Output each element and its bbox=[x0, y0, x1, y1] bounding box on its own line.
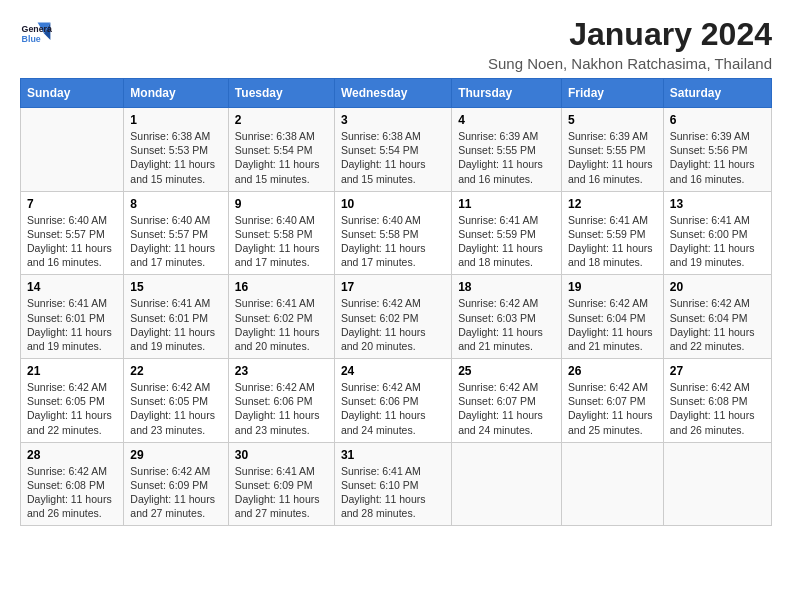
calendar-table: SundayMondayTuesdayWednesdayThursdayFrid… bbox=[20, 78, 772, 526]
header-cell-wednesday: Wednesday bbox=[334, 79, 451, 108]
day-info: Sunrise: 6:39 AMSunset: 5:55 PMDaylight:… bbox=[568, 130, 653, 185]
day-number: 7 bbox=[27, 197, 117, 211]
day-info: Sunrise: 6:40 AMSunset: 5:57 PMDaylight:… bbox=[130, 214, 215, 269]
day-info: Sunrise: 6:41 AMSunset: 6:01 PMDaylight:… bbox=[27, 297, 112, 352]
day-number: 30 bbox=[235, 448, 328, 462]
week-row-0: 1Sunrise: 6:38 AMSunset: 5:53 PMDaylight… bbox=[21, 108, 772, 192]
day-cell: 23Sunrise: 6:42 AMSunset: 6:06 PMDayligh… bbox=[228, 359, 334, 443]
day-info: Sunrise: 6:39 AMSunset: 5:56 PMDaylight:… bbox=[670, 130, 755, 185]
day-info: Sunrise: 6:41 AMSunset: 6:09 PMDaylight:… bbox=[235, 465, 320, 520]
day-info: Sunrise: 6:40 AMSunset: 5:57 PMDaylight:… bbox=[27, 214, 112, 269]
day-number: 26 bbox=[568, 364, 657, 378]
day-number: 13 bbox=[670, 197, 765, 211]
day-info: Sunrise: 6:42 AMSunset: 6:08 PMDaylight:… bbox=[27, 465, 112, 520]
day-cell: 9Sunrise: 6:40 AMSunset: 5:58 PMDaylight… bbox=[228, 191, 334, 275]
week-row-1: 7Sunrise: 6:40 AMSunset: 5:57 PMDaylight… bbox=[21, 191, 772, 275]
day-cell bbox=[663, 442, 771, 526]
day-info: Sunrise: 6:38 AMSunset: 5:54 PMDaylight:… bbox=[235, 130, 320, 185]
day-cell: 29Sunrise: 6:42 AMSunset: 6:09 PMDayligh… bbox=[124, 442, 229, 526]
day-number: 16 bbox=[235, 280, 328, 294]
day-cell: 7Sunrise: 6:40 AMSunset: 5:57 PMDaylight… bbox=[21, 191, 124, 275]
header-cell-thursday: Thursday bbox=[452, 79, 562, 108]
day-number: 11 bbox=[458, 197, 555, 211]
day-cell: 2Sunrise: 6:38 AMSunset: 5:54 PMDaylight… bbox=[228, 108, 334, 192]
header-cell-sunday: Sunday bbox=[21, 79, 124, 108]
day-cell: 18Sunrise: 6:42 AMSunset: 6:03 PMDayligh… bbox=[452, 275, 562, 359]
day-info: Sunrise: 6:42 AMSunset: 6:07 PMDaylight:… bbox=[458, 381, 543, 436]
day-number: 2 bbox=[235, 113, 328, 127]
day-info: Sunrise: 6:42 AMSunset: 6:05 PMDaylight:… bbox=[27, 381, 112, 436]
logo-icon: General Blue bbox=[20, 16, 52, 48]
day-number: 31 bbox=[341, 448, 445, 462]
day-number: 28 bbox=[27, 448, 117, 462]
day-info: Sunrise: 6:42 AMSunset: 6:04 PMDaylight:… bbox=[670, 297, 755, 352]
day-info: Sunrise: 6:41 AMSunset: 5:59 PMDaylight:… bbox=[458, 214, 543, 269]
day-info: Sunrise: 6:40 AMSunset: 5:58 PMDaylight:… bbox=[341, 214, 426, 269]
day-info: Sunrise: 6:41 AMSunset: 6:01 PMDaylight:… bbox=[130, 297, 215, 352]
day-info: Sunrise: 6:42 AMSunset: 6:09 PMDaylight:… bbox=[130, 465, 215, 520]
day-info: Sunrise: 6:42 AMSunset: 6:06 PMDaylight:… bbox=[235, 381, 320, 436]
header-cell-saturday: Saturday bbox=[663, 79, 771, 108]
main-title: January 2024 bbox=[488, 16, 772, 53]
day-cell: 10Sunrise: 6:40 AMSunset: 5:58 PMDayligh… bbox=[334, 191, 451, 275]
day-cell: 14Sunrise: 6:41 AMSunset: 6:01 PMDayligh… bbox=[21, 275, 124, 359]
header: General Blue January 2024 Sung Noen, Nak… bbox=[20, 16, 772, 72]
day-cell: 6Sunrise: 6:39 AMSunset: 5:56 PMDaylight… bbox=[663, 108, 771, 192]
day-info: Sunrise: 6:42 AMSunset: 6:08 PMDaylight:… bbox=[670, 381, 755, 436]
day-cell: 26Sunrise: 6:42 AMSunset: 6:07 PMDayligh… bbox=[561, 359, 663, 443]
day-number: 18 bbox=[458, 280, 555, 294]
day-cell: 4Sunrise: 6:39 AMSunset: 5:55 PMDaylight… bbox=[452, 108, 562, 192]
day-number: 22 bbox=[130, 364, 222, 378]
day-info: Sunrise: 6:38 AMSunset: 5:54 PMDaylight:… bbox=[341, 130, 426, 185]
day-cell: 31Sunrise: 6:41 AMSunset: 6:10 PMDayligh… bbox=[334, 442, 451, 526]
day-info: Sunrise: 6:41 AMSunset: 5:59 PMDaylight:… bbox=[568, 214, 653, 269]
logo: General Blue bbox=[20, 16, 54, 48]
week-row-4: 28Sunrise: 6:42 AMSunset: 6:08 PMDayligh… bbox=[21, 442, 772, 526]
day-number: 15 bbox=[130, 280, 222, 294]
day-cell: 17Sunrise: 6:42 AMSunset: 6:02 PMDayligh… bbox=[334, 275, 451, 359]
day-cell: 8Sunrise: 6:40 AMSunset: 5:57 PMDaylight… bbox=[124, 191, 229, 275]
day-info: Sunrise: 6:39 AMSunset: 5:55 PMDaylight:… bbox=[458, 130, 543, 185]
header-cell-tuesday: Tuesday bbox=[228, 79, 334, 108]
day-number: 14 bbox=[27, 280, 117, 294]
day-cell: 28Sunrise: 6:42 AMSunset: 6:08 PMDayligh… bbox=[21, 442, 124, 526]
svg-text:General: General bbox=[22, 24, 52, 34]
day-cell: 15Sunrise: 6:41 AMSunset: 6:01 PMDayligh… bbox=[124, 275, 229, 359]
day-cell bbox=[561, 442, 663, 526]
day-number: 12 bbox=[568, 197, 657, 211]
day-number: 17 bbox=[341, 280, 445, 294]
day-number: 10 bbox=[341, 197, 445, 211]
title-block: January 2024 Sung Noen, Nakhon Ratchasim… bbox=[488, 16, 772, 72]
day-cell: 22Sunrise: 6:42 AMSunset: 6:05 PMDayligh… bbox=[124, 359, 229, 443]
day-info: Sunrise: 6:41 AMSunset: 6:02 PMDaylight:… bbox=[235, 297, 320, 352]
day-number: 29 bbox=[130, 448, 222, 462]
day-cell: 25Sunrise: 6:42 AMSunset: 6:07 PMDayligh… bbox=[452, 359, 562, 443]
day-cell: 5Sunrise: 6:39 AMSunset: 5:55 PMDaylight… bbox=[561, 108, 663, 192]
day-info: Sunrise: 6:42 AMSunset: 6:07 PMDaylight:… bbox=[568, 381, 653, 436]
week-row-3: 21Sunrise: 6:42 AMSunset: 6:05 PMDayligh… bbox=[21, 359, 772, 443]
day-number: 8 bbox=[130, 197, 222, 211]
week-row-2: 14Sunrise: 6:41 AMSunset: 6:01 PMDayligh… bbox=[21, 275, 772, 359]
day-cell: 19Sunrise: 6:42 AMSunset: 6:04 PMDayligh… bbox=[561, 275, 663, 359]
day-cell: 24Sunrise: 6:42 AMSunset: 6:06 PMDayligh… bbox=[334, 359, 451, 443]
day-number: 4 bbox=[458, 113, 555, 127]
day-cell bbox=[452, 442, 562, 526]
day-cell: 1Sunrise: 6:38 AMSunset: 5:53 PMDaylight… bbox=[124, 108, 229, 192]
day-number: 19 bbox=[568, 280, 657, 294]
day-cell: 11Sunrise: 6:41 AMSunset: 5:59 PMDayligh… bbox=[452, 191, 562, 275]
day-number: 21 bbox=[27, 364, 117, 378]
header-row: SundayMondayTuesdayWednesdayThursdayFrid… bbox=[21, 79, 772, 108]
day-cell bbox=[21, 108, 124, 192]
day-info: Sunrise: 6:42 AMSunset: 6:02 PMDaylight:… bbox=[341, 297, 426, 352]
page: General Blue January 2024 Sung Noen, Nak… bbox=[0, 0, 792, 536]
day-number: 6 bbox=[670, 113, 765, 127]
subtitle: Sung Noen, Nakhon Ratchasima, Thailand bbox=[488, 55, 772, 72]
day-cell: 20Sunrise: 6:42 AMSunset: 6:04 PMDayligh… bbox=[663, 275, 771, 359]
day-cell: 27Sunrise: 6:42 AMSunset: 6:08 PMDayligh… bbox=[663, 359, 771, 443]
day-info: Sunrise: 6:42 AMSunset: 6:03 PMDaylight:… bbox=[458, 297, 543, 352]
day-cell: 30Sunrise: 6:41 AMSunset: 6:09 PMDayligh… bbox=[228, 442, 334, 526]
day-cell: 16Sunrise: 6:41 AMSunset: 6:02 PMDayligh… bbox=[228, 275, 334, 359]
day-cell: 3Sunrise: 6:38 AMSunset: 5:54 PMDaylight… bbox=[334, 108, 451, 192]
day-info: Sunrise: 6:42 AMSunset: 6:06 PMDaylight:… bbox=[341, 381, 426, 436]
day-info: Sunrise: 6:42 AMSunset: 6:05 PMDaylight:… bbox=[130, 381, 215, 436]
